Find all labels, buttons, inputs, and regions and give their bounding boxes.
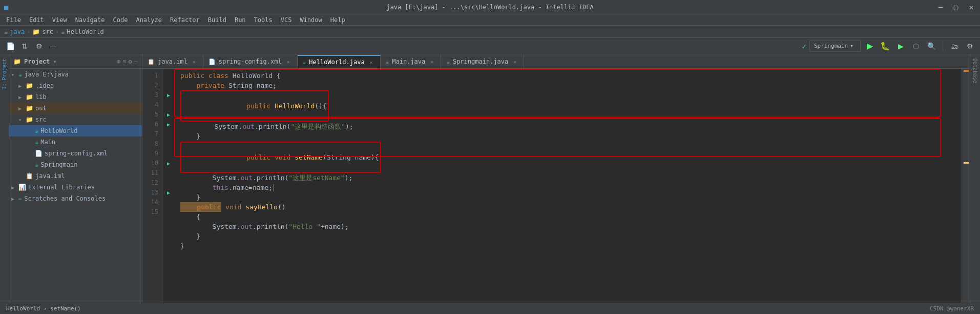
tree-item-scratches[interactable]: ▶ ✏ Scratches and Consoles [9, 193, 142, 204]
tab-label-main: Main.java [392, 58, 425, 65]
tab-spring-config[interactable]: 📄 spring-config.xml ✕ [203, 55, 298, 68]
menu-view[interactable]: View [48, 14, 71, 25]
tab-icon-main: ☕ [386, 58, 389, 65]
cursor [273, 184, 274, 191]
project-label: Project [24, 58, 50, 65]
maximize-button[interactable]: □ [951, 3, 961, 12]
breadcrumb-sep2: › [55, 28, 59, 35]
menu-help[interactable]: Help [326, 14, 349, 25]
tab-helloworld[interactable]: ☕ HelloWorld.java ✕ [298, 55, 381, 68]
menu-tools[interactable]: Tools [250, 14, 277, 25]
code-line-13: } [180, 231, 962, 241]
gutter-10[interactable]: ▶ [163, 159, 174, 168]
menu-bar: File Edit View Navigate Code Analyze Ref… [0, 14, 980, 26]
project-tab-label[interactable]: 1: Project [1, 54, 8, 93]
tree-item-springmain[interactable]: ▶ ☕ Springmain [9, 159, 142, 170]
gutter-15 [163, 207, 174, 217]
project-structure-button[interactable]: 🗂 [948, 40, 961, 52]
search-everywhere-button[interactable]: 🔍 [925, 40, 937, 52]
tree-item-main[interactable]: ▶ ☕ Main [9, 136, 142, 148]
close-button[interactable]: ✕ [967, 3, 976, 12]
menu-code[interactable]: Code [109, 14, 132, 25]
code-line-12: System.out.println("Hello "+name); [180, 222, 962, 231]
minus-button[interactable]: — [47, 40, 59, 52]
tab-icon-spring: 📄 [208, 58, 216, 65]
menu-window[interactable]: Window [296, 14, 326, 25]
java-icon-springmain: ☕ [35, 161, 38, 168]
tree-item-java-iml[interactable]: ▶ 📋 java.iml [9, 170, 142, 182]
sync-button[interactable]: ⇅ [18, 40, 31, 52]
breadcrumb-src-icon: 📁 [32, 28, 40, 35]
menu-file[interactable]: File [2, 14, 25, 25]
breadcrumb-src[interactable]: src [42, 28, 53, 35]
code-line-9: } [180, 192, 962, 202]
menu-refactor[interactable]: Refactor [166, 14, 204, 25]
gutter-2 [163, 81, 174, 90]
menu-navigate[interactable]: Navigate [71, 14, 109, 25]
gutter-4 [163, 100, 174, 110]
right-margin-panel [962, 69, 970, 303]
gutter-13[interactable]: ▶ [163, 188, 174, 198]
tree-item-lib[interactable]: ▶ 📁 lib [9, 91, 142, 103]
sidebar-settings-button[interactable]: ⚙ [129, 58, 132, 65]
menu-edit[interactable]: Edit [25, 14, 48, 25]
tab-close-springmain[interactable]: ✕ [511, 58, 518, 65]
tab-main[interactable]: ☕ Main.java ✕ [381, 55, 442, 68]
run-button[interactable]: ▶ [864, 40, 876, 52]
menu-run[interactable]: Run [231, 14, 250, 25]
gutter-11 [163, 168, 174, 178]
folder-icon-out: 📁 [26, 105, 33, 112]
project-dropdown-arrow[interactable]: ▾ [53, 58, 57, 65]
code-content[interactable]: public class HelloWorld { private String… [174, 69, 962, 303]
minimize-button[interactable]: ─ [936, 3, 945, 12]
debug-button[interactable]: 🐛 [879, 40, 891, 52]
menu-analyze[interactable]: Analyze [132, 14, 166, 25]
tab-icon-helloworld: ☕ [303, 59, 306, 66]
tab-springmain[interactable]: ☕ Springmain.java ✕ [441, 55, 524, 68]
gutter-6[interactable]: ▶ [163, 120, 174, 129]
add-file-button[interactable]: 📄 [4, 40, 16, 52]
margin-top-indicator [964, 70, 969, 72]
tab-java-iml[interactable]: 📋 java.iml ✕ [142, 55, 203, 68]
menu-vcs[interactable]: VCS [277, 14, 296, 25]
sidebar-close-button[interactable]: — [134, 58, 138, 65]
tab-close-main[interactable]: ✕ [428, 58, 435, 65]
folder-icon-lib: 📁 [26, 93, 33, 101]
run-with-coverage-button[interactable]: ▶ [894, 40, 907, 52]
red-box-constructor-open: public HelloWorld(){ [180, 90, 329, 122]
code-line-6: public void setName(String name){ [180, 142, 962, 173]
tab-close-helloworld[interactable]: ✕ [368, 58, 375, 66]
sidebar-locate-button[interactable]: ⊕ [117, 58, 120, 65]
menu-build[interactable]: Build [204, 14, 231, 25]
tree-item-spring-config[interactable]: ▶ 📄 spring-config.xml [9, 148, 142, 159]
tab-close-iml[interactable]: ✕ [191, 58, 198, 65]
tab-close-spring[interactable]: ✕ [285, 58, 292, 65]
settings-button[interactable]: ⚙ [33, 40, 45, 52]
sidebar-collapse-button[interactable]: ≡ [122, 58, 126, 65]
settings2-button[interactable]: ⚙ [964, 40, 976, 52]
tree-label-idea: .idea [35, 82, 54, 89]
left-panel-tab: 1: Project [0, 54, 9, 303]
line-numbers: 1 2 3 4 5 6 7 8 9 10 11 12 13 14 15 [142, 69, 163, 303]
gutter-5[interactable]: ▶ [163, 110, 174, 120]
code-editor[interactable]: 1 2 3 4 5 6 7 8 9 10 11 12 13 14 15 ▶ [142, 69, 970, 303]
tree-item-idea[interactable]: ▶ 📁 .idea [9, 80, 142, 91]
breadcrumb-helloworld[interactable]: HelloWorld [67, 28, 104, 35]
tree-item-src[interactable]: ▾ 📁 src [9, 114, 142, 125]
breadcrumb-sep1: › [27, 28, 30, 35]
breadcrumb-java[interactable]: java [10, 28, 25, 35]
tree-item-helloworld[interactable]: ▶ ☕ HelloWorld [9, 125, 142, 136]
tree-label-ext-libraries: External Libraries [28, 184, 95, 191]
profile-button[interactable]: ⬡ [910, 40, 922, 52]
tree-item-out[interactable]: ▶ 📁 out [9, 103, 142, 114]
tree-arrow-idea: ▶ [18, 83, 25, 89]
run-config-dropdown[interactable]: Springmain ▾ [809, 41, 861, 52]
code-line-8: this.name=name; [180, 183, 962, 192]
title-bar-controls: ─ □ ✕ [936, 3, 976, 12]
java-project-icon: ☕ [18, 71, 22, 78]
database-panel-label[interactable]: Database [971, 56, 979, 85]
gutter-3[interactable]: ▶ [163, 90, 174, 100]
sidebar-tools: ⊕ ≡ ⚙ — [117, 58, 138, 65]
tree-root-java[interactable]: ▾ ☕ java E:\java [9, 69, 142, 80]
tree-item-ext-libraries[interactable]: ▶ 📊 External Libraries [9, 182, 142, 193]
